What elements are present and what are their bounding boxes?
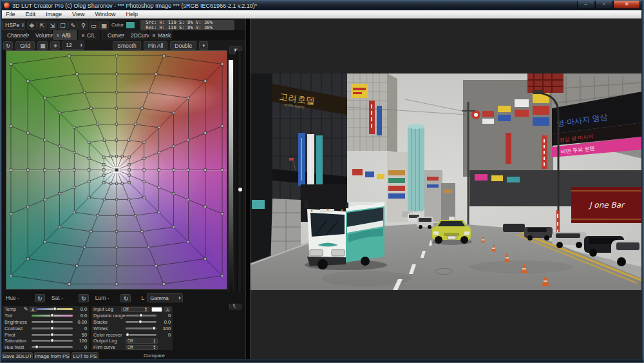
mesh-node[interactable] bbox=[103, 199, 106, 201]
mesh-node[interactable] bbox=[97, 123, 99, 126]
mesh-node[interactable] bbox=[143, 157, 146, 160]
mesh-node[interactable] bbox=[59, 226, 61, 228]
slider-handle[interactable] bbox=[126, 333, 129, 337]
mesh-node[interactable] bbox=[121, 182, 124, 185]
slider-track[interactable] bbox=[32, 346, 73, 348]
temp-picker-icon[interactable]: ✎ bbox=[24, 306, 28, 312]
mesh-node[interactable] bbox=[141, 107, 144, 110]
mesh-node[interactable] bbox=[143, 196, 146, 199]
mesh-node[interactable] bbox=[158, 186, 160, 189]
mesh-node[interactable] bbox=[68, 55, 71, 57]
move-icon[interactable]: ✥ bbox=[27, 21, 37, 30]
mesh-node[interactable] bbox=[26, 206, 29, 208]
mesh-node[interactable] bbox=[10, 275, 12, 277]
mesh-node[interactable] bbox=[88, 169, 91, 172]
mesh-node[interactable] bbox=[115, 55, 118, 57]
mesh-node[interactable] bbox=[143, 141, 146, 144]
tab-curves[interactable]: Curves bbox=[101, 30, 124, 40]
mesh-node[interactable] bbox=[88, 141, 91, 144]
menu-file[interactable]: File bbox=[6, 11, 15, 17]
mode-select[interactable]: HSPe ▲▼ bbox=[2, 21, 25, 30]
mesh-node[interactable] bbox=[59, 145, 61, 148]
mesh-node[interactable] bbox=[173, 112, 175, 114]
mesh-grid[interactable] bbox=[6, 51, 227, 289]
tab-a-b[interactable]: A/B bbox=[53, 30, 78, 40]
mesh-node[interactable] bbox=[26, 80, 29, 83]
mesh-node[interactable] bbox=[128, 174, 131, 177]
mesh-node[interactable] bbox=[121, 155, 124, 157]
mesh-node[interactable] bbox=[115, 214, 118, 217]
mesh-node[interactable] bbox=[187, 199, 190, 201]
mesh-node[interactable] bbox=[128, 139, 130, 142]
mesh-node[interactable] bbox=[173, 192, 175, 195]
mesh-node[interactable] bbox=[90, 230, 93, 233]
smooth-button[interactable]: Smooth bbox=[113, 41, 140, 50]
compare-label[interactable]: Compare bbox=[144, 353, 165, 358]
mesh-node[interactable] bbox=[26, 132, 29, 135]
lum-reset-icon[interactable]: ↻ bbox=[120, 294, 131, 302]
tab-2dcurves[interactable]: 2DCurves bbox=[124, 30, 149, 40]
mesh-node[interactable] bbox=[109, 155, 112, 157]
mesh-node[interactable] bbox=[10, 169, 12, 172]
mesh-node[interactable] bbox=[44, 169, 46, 172]
mesh-node[interactable] bbox=[115, 139, 118, 142]
mesh-node[interactable] bbox=[90, 107, 93, 110]
pane-divider[interactable] bbox=[245, 19, 251, 360]
mesh-node[interactable] bbox=[115, 230, 118, 233]
mesh-node[interactable] bbox=[155, 73, 158, 75]
grid-size-stepper[interactable]: 12 ▲▼ bbox=[62, 41, 84, 50]
dropdown[interactable]: Off▲▼ bbox=[126, 338, 158, 344]
mesh-node[interactable] bbox=[204, 132, 207, 135]
mesh-node[interactable] bbox=[115, 199, 118, 201]
mesh-node[interactable] bbox=[204, 80, 207, 83]
luminance-handle[interactable] bbox=[238, 188, 242, 191]
mesh-node[interactable] bbox=[173, 145, 175, 148]
slider-handle[interactable] bbox=[138, 320, 142, 324]
slider-track[interactable] bbox=[32, 334, 73, 336]
mesh-node[interactable] bbox=[115, 264, 118, 267]
mesh-node[interactable] bbox=[221, 169, 223, 172]
mesh-node[interactable] bbox=[103, 156, 106, 159]
gamma-select[interactable]: Gamma ▲▼ bbox=[147, 293, 183, 302]
mesh-node[interactable] bbox=[141, 230, 144, 233]
mesh-node[interactable] bbox=[115, 155, 118, 157]
minimize-button[interactable]: – bbox=[577, 1, 594, 9]
mesh-node[interactable] bbox=[158, 126, 160, 129]
slider-handle[interactable] bbox=[50, 338, 54, 342]
slider-track[interactable] bbox=[126, 315, 156, 317]
slider-handle[interactable] bbox=[35, 345, 39, 349]
tab-c-l[interactable]: C/L bbox=[78, 30, 101, 40]
stepper-icon[interactable]: ▲▼ bbox=[153, 345, 156, 349]
luminance-scrollbar[interactable] bbox=[236, 50, 243, 300]
mesh-node[interactable] bbox=[26, 169, 29, 172]
mesh-node[interactable] bbox=[88, 196, 91, 199]
mesh-node[interactable] bbox=[68, 283, 71, 286]
mesh-node[interactable] bbox=[103, 164, 106, 166]
zoom-icon[interactable]: ⚲ bbox=[79, 21, 88, 30]
mesh-node[interactable] bbox=[103, 169, 106, 172]
slider-track[interactable] bbox=[32, 340, 73, 342]
mesh-node[interactable] bbox=[128, 181, 131, 184]
slider-track[interactable] bbox=[126, 321, 156, 323]
mesh-node[interactable] bbox=[204, 206, 207, 208]
mesh-node[interactable] bbox=[158, 211, 160, 213]
mesh-node[interactable] bbox=[44, 97, 46, 99]
wheel-icon[interactable]: ✳ bbox=[50, 41, 60, 50]
mesh-node[interactable] bbox=[44, 139, 46, 142]
mesh-node[interactable] bbox=[76, 73, 79, 75]
title-bar[interactable]: 3D LUT Creator Pro (c) Oleg Sharonov - *… bbox=[1, 1, 643, 10]
mesh-node[interactable] bbox=[76, 264, 79, 267]
tab-channels[interactable]: Channels bbox=[1, 30, 29, 40]
mesh-node[interactable] bbox=[143, 169, 146, 172]
mesh-node[interactable] bbox=[147, 246, 150, 249]
slider-handle[interactable] bbox=[50, 313, 54, 317]
menu-view[interactable]: View bbox=[72, 11, 84, 17]
mesh-node[interactable] bbox=[59, 192, 61, 195]
dropdown[interactable]: Off▲▼ bbox=[126, 345, 158, 350]
menu-edit[interactable]: Edit bbox=[26, 11, 36, 17]
slider-track[interactable] bbox=[126, 334, 156, 336]
mesh-node[interactable] bbox=[221, 63, 223, 66]
hue-reset-icon[interactable]: ↻ bbox=[35, 294, 45, 302]
mesh-node[interactable] bbox=[73, 126, 76, 129]
expand-icon[interactable]: ⇱ bbox=[37, 21, 47, 30]
